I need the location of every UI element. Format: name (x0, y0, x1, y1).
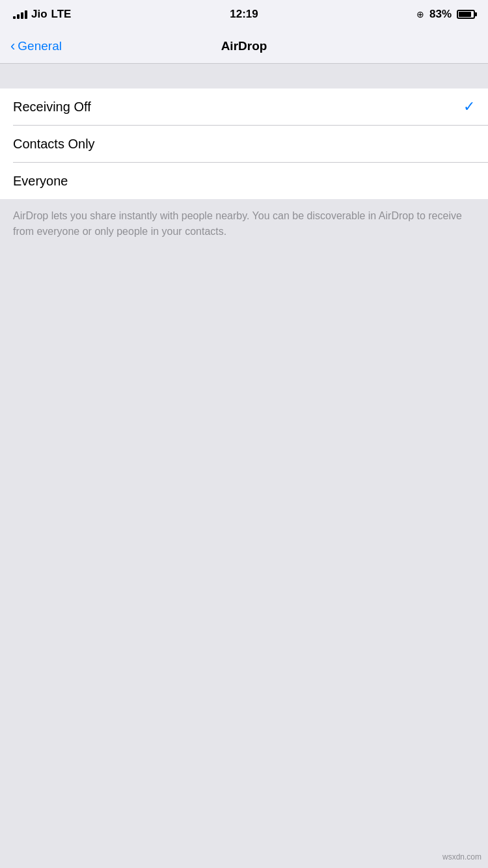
footer-description-text: AirDrop lets you share instantly with pe… (13, 208, 475, 239)
contacts-only-label: Contacts Only (13, 137, 95, 152)
battery-icon (457, 10, 475, 19)
battery-fill (459, 12, 471, 17)
page-title: AirDrop (221, 39, 267, 53)
signal-bars (13, 10, 27, 19)
signal-bar-4 (25, 10, 27, 19)
back-button[interactable]: ‹ General (10, 39, 62, 53)
signal-bar-2 (17, 14, 20, 19)
status-bar-left: Jio LTE (13, 8, 71, 21)
status-bar: Jio LTE 12:19 ⊕ 83% (0, 0, 488, 29)
watermark: wsxdn.com (442, 852, 481, 861)
everyone-label: Everyone (13, 174, 68, 189)
empty-background (0, 249, 488, 639)
everyone-option[interactable]: Everyone (0, 163, 488, 199)
status-bar-right: ⊕ 83% (416, 8, 475, 21)
footer-description: AirDrop lets you share instantly with pe… (0, 199, 488, 249)
airdrop-options-list: Receiving Off ✓ Contacts Only Everyone (0, 88, 488, 199)
screen-rotation-icon: ⊕ (416, 9, 424, 20)
network-type: LTE (51, 8, 72, 21)
chevron-left-icon: ‹ (10, 39, 15, 53)
back-button-label: General (18, 39, 62, 53)
top-spacer (0, 64, 488, 88)
receiving-off-label: Receiving Off (13, 100, 91, 115)
battery-percent: 83% (429, 8, 452, 21)
signal-bar-3 (21, 12, 23, 19)
carrier-name: Jio (31, 8, 47, 21)
contacts-only-option[interactable]: Contacts Only (0, 126, 488, 162)
status-bar-time: 12:19 (230, 8, 258, 21)
receiving-off-option[interactable]: Receiving Off ✓ (0, 88, 488, 125)
signal-bar-1 (13, 16, 16, 19)
nav-bar: ‹ General AirDrop (0, 29, 488, 64)
receiving-off-checkmark: ✓ (463, 98, 475, 115)
